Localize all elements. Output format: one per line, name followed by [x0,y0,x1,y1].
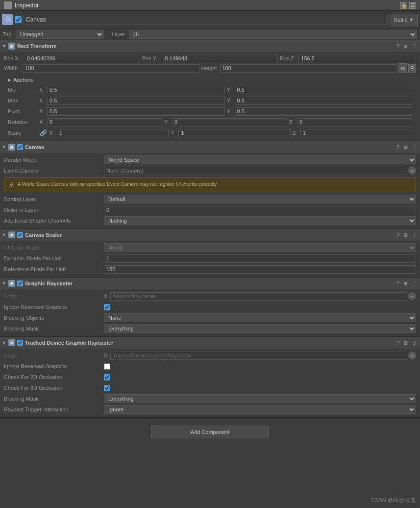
scale-label: Scale [8,130,37,136]
scaler-settings-btn[interactable]: ⊞ [402,232,409,238]
graphic-raycaster-actions: ? ⊞ ⋮ [395,280,418,287]
pivot-x-input[interactable] [47,107,225,116]
wh-row: Width Height ⊟ R [4,63,416,73]
scaler-help-btn[interactable]: ? [395,232,400,238]
tr-ignore-checkbox[interactable] [104,363,110,370]
canvas-more-btn[interactable]: ⋮ [411,144,418,151]
shader-channels-select[interactable]: Nothing [104,216,416,225]
min-x-group: X [39,86,225,94]
max-y-input[interactable] [235,97,413,105]
gr-more-btn[interactable]: ⋮ [411,280,418,287]
canvas-scaler-header[interactable]: ▼ ⊞ Canvas Scaler ? ⊞ ⋮ [0,229,420,241]
lock-btn[interactable]: 🔒 [400,2,407,9]
pos-y-input[interactable] [161,54,278,62]
pos-z-input[interactable] [298,54,416,62]
canvas-scaler-actions: ? ⊞ ⋮ [395,232,418,238]
rect-settings-btn[interactable]: ⊞ [402,43,409,50]
rotation-label: Rotation [8,119,37,125]
tracked-raycaster-header[interactable]: ▼ ⊞ Tracked Device Graphic Raycaster ? ⊞… [0,337,420,349]
sorting-layer-label: Sorting Layer [4,196,102,202]
canvas-header[interactable]: ▼ ⊞ Canvas ? ⊞ ⋮ [0,141,420,153]
rect-transform-header[interactable]: ▼ ⊞ Rect Transform ? ⊞ ⋮ [0,40,420,52]
canvas-active-checkbox[interactable] [17,144,23,150]
order-input[interactable] [104,206,416,214]
graphic-raycaster-header[interactable]: ▼ ⊞ Graphic Raycaster ? ⊞ ⋮ [0,278,420,289]
gr-script-picker-btn[interactable]: ◎ [408,292,416,300]
rot-z-input[interactable] [297,118,412,127]
tag-label: Tag [3,31,12,37]
tr-help-btn[interactable]: ? [395,340,400,346]
pos-x-input[interactable] [23,54,140,62]
object-active-checkbox[interactable] [15,16,22,23]
tr-script-picker-btn[interactable]: ◎ [408,352,416,359]
gr-script-icon: ⧉ [104,293,107,299]
tr-raycast-select[interactable]: Ignore [104,405,416,414]
event-camera-input[interactable] [104,167,406,175]
dynamic-pixels-input[interactable] [104,254,416,263]
warning-box: ⚠ A World Space Canvas with no specified… [4,178,416,192]
gr-blocking-mask-select[interactable]: Everything [104,324,416,333]
event-camera-row: Event Camera ◎ [0,166,420,176]
tracked-raycaster-checkbox[interactable] [17,340,23,346]
rect-help-btn[interactable]: ? [395,43,400,49]
gr-help-btn[interactable]: ? [395,280,400,286]
ui-scale-select[interactable]: World [104,243,416,252]
min-y-input[interactable] [235,86,413,94]
rect-r-buttons: ⊟ R [398,63,416,73]
gr-blocking-objects-select[interactable]: None [104,313,416,322]
sorting-layer-select[interactable]: Default [104,195,416,203]
scaler-more-btn[interactable]: ⋮ [411,232,418,238]
rect-more-btn[interactable]: ⋮ [411,43,418,50]
gr-settings-btn[interactable]: ⊞ [402,280,409,287]
anchors-label: Anchors [13,77,33,83]
tr-check2d-checkbox[interactable] [104,374,110,381]
rot-y-input[interactable] [172,118,287,127]
tr-blocking-mask-row: Blocking Mask Everything [0,394,420,404]
order-row: Order in Layer [0,205,420,215]
ui-scale-row: UI Scale Mode World [0,243,420,253]
event-camera-picker-btn[interactable]: ◎ [408,167,416,175]
gr-ignore-row: Ignore Reversed Graphics [0,302,420,312]
pivot-row: Pivot X Y [4,106,416,116]
object-icon: ⬡ [2,14,13,25]
pivot-x-axis-label: X [39,108,46,114]
scale-x-label: X [49,130,56,136]
r-btn[interactable]: R [408,64,416,73]
graphic-raycaster-section: ▼ ⊞ Graphic Raycaster ? ⊞ ⋮ Script ⧉ ◎ I… [0,278,420,337]
width-input[interactable] [23,64,199,73]
add-component-area: Add Component [0,418,420,446]
max-x-input[interactable] [47,97,225,105]
tr-blocking-mask-label: Blocking Mask [4,396,102,402]
anchors-header[interactable]: ▶ Anchors [4,75,416,85]
pos-x-label: Pos X [4,55,22,61]
tag-select[interactable]: Untagged [16,30,104,39]
height-input[interactable] [220,64,397,73]
add-component-button[interactable]: Add Component [151,426,269,438]
graphic-raycaster-checkbox[interactable] [17,280,23,286]
tr-raycast-value: Ignore [104,405,416,414]
reference-pixels-input[interactable] [104,265,416,274]
pivot-x-group: X [39,107,225,116]
menu-btn[interactable]: ☰ [409,2,416,9]
render-mode-select[interactable]: World Space [104,155,416,164]
tr-blocking-mask-select[interactable]: Everything [104,394,416,403]
object-name-input[interactable] [24,15,388,25]
canvas-scaler-checkbox[interactable] [17,232,23,238]
tr-settings-btn[interactable]: ⊞ [402,340,409,346]
min-x-input[interactable] [47,86,225,94]
blueprint-btn[interactable]: ⊟ [398,63,407,73]
scale-y-input[interactable] [178,129,290,137]
tr-check3d-checkbox[interactable] [104,385,110,391]
pos-y-group: Pos Y [142,54,278,62]
layer-select[interactable]: UI [129,30,417,39]
scale-x-input[interactable] [57,129,169,137]
rot-x-input[interactable] [47,118,162,127]
pivot-y-input[interactable] [235,107,413,116]
canvas-help-btn[interactable]: ? [395,144,400,150]
static-button[interactable]: Static ▼ [390,14,418,25]
tr-ignore-row: Ignore Reversed Graphics [0,361,420,371]
canvas-settings-btn[interactable]: ⊞ [402,144,409,151]
scale-z-input[interactable] [300,129,412,137]
gr-ignore-checkbox[interactable] [104,304,110,310]
tr-more-btn[interactable]: ⋮ [411,340,418,346]
